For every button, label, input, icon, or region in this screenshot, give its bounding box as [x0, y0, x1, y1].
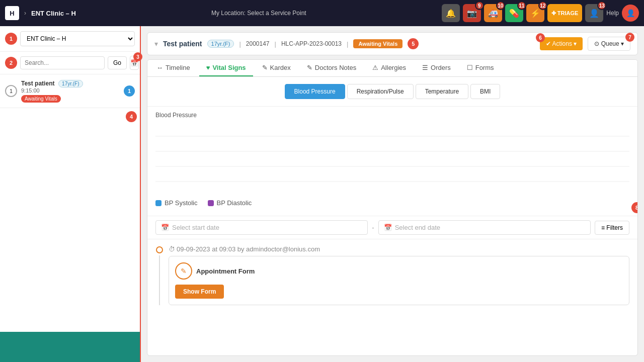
user-avatar[interactable]: 👤 — [622, 5, 639, 22]
patient-list-item[interactable]: 1 Test patient 17yr.(F) 9:15:00 Awaiting… — [0, 74, 140, 108]
vitals-tab-bmi[interactable]: BMI — [470, 84, 500, 99]
clinic-select[interactable]: ENT Clinic – H — [20, 31, 135, 46]
sidebar-bottom — [0, 332, 140, 362]
bp-chart-svg — [155, 122, 629, 182]
show-form-button[interactable]: Show Form — [175, 285, 224, 299]
patient-awaiting-badge: Awaiting Vitals — [353, 39, 403, 48]
actions-badge-6: 6 — [536, 33, 545, 42]
form-title: Appointment Form — [196, 267, 255, 275]
timeline-icon: ↔ — [156, 64, 163, 71]
expand-icon[interactable]: ▾ — [154, 40, 158, 48]
legend-dot-systolic — [155, 200, 162, 206]
date-filters: 📅 Select start date - 📅 Select end date … — [147, 216, 637, 239]
bell-icon[interactable]: 🔔 — [442, 4, 460, 22]
queue-badge-7: 7 — [625, 33, 634, 42]
chart-placeholder — [155, 122, 629, 195]
tab-vital-signs[interactable]: ♥ Vital Signs — [199, 60, 253, 76]
timeline-card: ✎ Appointment Form Show Form — [169, 256, 629, 305]
divider-3: | — [347, 40, 348, 48]
kardex-icon: ✎ — [262, 64, 268, 71]
divider-2: | — [275, 40, 276, 48]
patient-header-id: 2000147 — [246, 40, 270, 47]
sidebar-badge-1: 1 — [5, 33, 17, 45]
patient-header-name: Test patient — [163, 40, 202, 48]
tab-allergies[interactable]: ⚠ Allergies — [365, 60, 413, 76]
go-button[interactable]: Go — [108, 56, 127, 69]
timeline-line — [155, 245, 164, 305]
nav-btn-12[interactable]: ⚡ 12 — [526, 4, 544, 22]
tab-timeline[interactable]: ↔ Timeline — [149, 60, 197, 76]
help-link[interactable]: Help — [606, 10, 619, 17]
tab-kardex[interactable]: ✎ Kardex — [255, 60, 298, 76]
patient-info: Test patient 17yr.(F) 9:15:00 Awaiting V… — [21, 79, 120, 103]
end-date-input[interactable]: 📅 Select end date — [378, 220, 591, 235]
patient-list: 1 Test patient 17yr.(F) 9:15:00 Awaiting… — [0, 74, 140, 332]
vitals-tab-bp[interactable]: Blood Pressure — [285, 84, 345, 99]
main-card: ↔ Timeline ♥ Vital Signs ✎ Kardex ✎ Doct… — [147, 59, 638, 356]
timeline-form-header: ✎ Appointment Form — [175, 262, 623, 280]
legend-systolic: BP Systolic — [155, 199, 198, 207]
patient-header: ▾ Test patient 17yr.(F) | 2000147 | HLC-… — [147, 32, 638, 55]
calendar-button[interactable]: 📅 3 — [130, 56, 139, 70]
end-date-placeholder: Select end date — [395, 224, 440, 231]
filters-button[interactable]: ≡ Filters — [595, 221, 629, 235]
nav-btn-13[interactable]: 👤 13 — [585, 4, 603, 22]
sidebar-badge-4: 4 — [126, 111, 137, 122]
vitals-tabs: Blood Pressure Respiration/Pulse Tempera… — [147, 77, 637, 107]
patient-age: 17yr.(F) — [58, 80, 83, 87]
navbar: H › ENT Clinic – H My Location: Select a… — [0, 0, 644, 26]
triage-icon[interactable]: ✚ TRIAGE — [547, 4, 583, 22]
nav-btn-9[interactable]: 📷 9 — [463, 4, 481, 22]
nav-btn-11[interactable]: 💊 11 — [505, 4, 523, 22]
badge-12: 12 — [538, 1, 547, 10]
timeline-content: ⏱ 09-09-2023 at 09:03 by admindoctor@lon… — [169, 245, 629, 305]
navbar-icons: 🔔 📷 9 🚑 10 💊 11 ⚡ 12 ✚ TRIAGE 👤 13 — [442, 4, 639, 22]
patient-header-appointment: HLC-APP-2023-00013 — [281, 40, 342, 47]
orders-icon: ☰ — [422, 64, 428, 71]
header-badge-5: 5 — [408, 38, 419, 49]
patient-status-badge: Awaiting Vitals — [21, 95, 61, 103]
tab-doctors-notes[interactable]: ✎ Doctors Notes — [300, 60, 363, 76]
patient-queue-number: 1 — [5, 85, 17, 97]
patient-name-row: Test patient 17yr.(F) — [21, 79, 120, 87]
triage-btn[interactable]: ✚ TRIAGE — [547, 4, 583, 22]
nav-btn-10[interactable]: 🚑 10 — [484, 4, 502, 22]
divider-1: | — [239, 40, 240, 48]
sidebar-badge-2: 2 — [5, 57, 17, 69]
patient-name: Test patient — [21, 80, 54, 87]
vitals-tab-temp[interactable]: Temperature — [416, 84, 468, 99]
timeline-vert — [159, 255, 160, 305]
tab-orders[interactable]: ☰ Orders — [415, 60, 458, 76]
navbar-chevron-icon: › — [24, 10, 26, 17]
content-area: ▾ Test patient 17yr.(F) | 2000147 | HLC-… — [141, 26, 644, 362]
doctors-notes-icon: ✎ — [307, 64, 312, 71]
navbar-clinic-name: ENT Clinic – H — [31, 10, 76, 17]
notification-bell-btn[interactable]: 🔔 — [442, 4, 460, 22]
main-layout: 1 ENT Clinic – H 2 Go 📅 3 1 Test patient… — [0, 26, 644, 362]
search-input[interactable] — [20, 56, 105, 69]
timeline-timestamp: ⏱ 09-09-2023 at 09:03 by admindoctor@lon… — [169, 245, 629, 253]
vitals-tab-resp[interactable]: Respiration/Pulse — [347, 84, 414, 99]
navbar-logo: H — [5, 6, 19, 20]
legend-diastolic: BP Diastolic — [208, 199, 252, 207]
vitalsigns-icon: ♥ — [206, 64, 210, 71]
queue-button[interactable]: ⊙ Queue ▾ — [588, 37, 630, 51]
patient-header-age: 17yr.(F) — [207, 40, 234, 48]
badge-13: 13 — [597, 1, 606, 10]
chart-legend: BP Systolic BP Diastolic — [155, 195, 629, 211]
timeline-section: ⏱ 09-09-2023 at 09:03 by admindoctor@lon… — [147, 239, 637, 355]
legend-label-diastolic: BP Diastolic — [217, 199, 252, 207]
chart-area: Blood Pressure BP Systolic — [147, 107, 637, 216]
calendar-end-icon: 📅 — [384, 224, 392, 231]
clock-icon: ⏱ — [169, 245, 175, 253]
patient-count: 1 — [124, 85, 135, 97]
tab-forms[interactable]: ☐ Forms — [460, 60, 501, 76]
main-nav-tabs: ↔ Timeline ♥ Vital Signs ✎ Kardex ✎ Doct… — [147, 60, 637, 77]
forms-icon: ☐ — [467, 64, 473, 71]
timeline-dot — [156, 246, 163, 253]
form-icon: ✎ — [175, 262, 192, 280]
sidebar-header: 1 ENT Clinic – H — [0, 26, 140, 52]
start-date-input[interactable]: 📅 Select start date — [155, 220, 368, 235]
actions-button[interactable]: ✔ Actions ▾ — [540, 37, 583, 50]
legend-dot-diastolic — [208, 200, 214, 206]
